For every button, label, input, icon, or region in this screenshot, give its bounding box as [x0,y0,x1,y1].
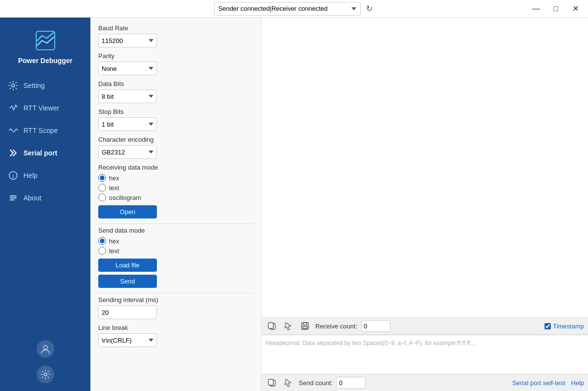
svg-rect-17 [303,323,307,325]
app-logo [32,27,59,54]
stop-bits-select[interactable]: 1 bit [98,117,157,131]
maximize-button[interactable]: □ [547,2,565,16]
self-test-link[interactable]: Serial port self-test [512,379,565,387]
char-encoding-select[interactable]: GB2312 [98,145,157,159]
main-layout: Power Debugger Setting RTT Viewer [0,18,588,391]
recv-mode-group: Receiving data mode hex text oscillog [98,164,253,218]
send-text-option[interactable]: text [98,247,253,255]
main-window: Sender connected|Receiver connected ↻ — … [0,0,588,391]
send-button[interactable]: Send [98,275,157,288]
stop-bits-label: Stop Bits [98,108,253,115]
recv-hex-option[interactable]: hex [98,174,253,182]
send-hex-option[interactable]: hex [98,237,253,245]
sidebar-item-rtt-viewer[interactable]: RTT Viewer [0,97,90,119]
receive-area [261,18,588,317]
titlebar: Sender connected|Receiver connected ↻ — … [0,0,588,18]
rtt-scope-icon [8,125,19,136]
send-mode-label: Send data mode [98,227,253,234]
svg-point-13 [44,373,47,376]
send-count-input[interactable] [336,377,366,389]
svg-line-4 [12,106,14,110]
data-bits-group: Data Bits 8 bit [98,80,253,103]
recv-oscillogram-label: oscillogram [109,194,141,201]
user-button[interactable] [37,340,54,358]
load-file-button[interactable]: Load file [98,259,157,272]
titlebar-center: Sender connected|Receiver connected ↻ [214,2,376,16]
sidebar-item-rtt-scope[interactable]: RTT Scope [0,119,90,142]
help-link[interactable]: Help [571,379,584,387]
recv-mode-radio-group: hex text oscillogram [98,174,253,201]
send-placeholder: Hexadecimal: Data separated by two Space… [265,340,475,347]
svg-rect-18 [303,326,307,328]
sidebar-item-rtt-scope-label: RTT Scope [23,127,58,134]
help-icon: i [8,170,19,181]
sidebar-item-setting-label: Setting [23,82,45,89]
send-count-label: Send count: [299,379,332,387]
receive-count-input[interactable] [361,320,391,332]
serial-port-icon [8,148,19,158]
svg-point-12 [44,346,47,349]
send-cursor-button[interactable] [282,376,295,389]
sending-interval-input[interactable] [98,305,157,319]
parity-group: Parity None [98,52,253,75]
send-text-label: text [109,247,119,255]
timestamp-checkbox[interactable] [544,323,551,329]
recv-mode-label: Receiving data mode [98,164,253,171]
sending-interval-label: Sending interval (ms) [98,296,253,304]
close-button[interactable]: ✕ [566,2,584,16]
settings-bottom-button[interactable] [37,366,54,383]
setting-icon [8,80,19,91]
svg-line-5 [14,105,16,110]
open-button[interactable]: Open [98,205,157,218]
sidebar-item-about[interactable]: About [0,187,90,209]
send-links: Serial port self-test Help [512,379,584,387]
line-break-select[interactable]: \r\n(CRLF) [98,333,157,347]
char-encoding-label: Character encoding [98,136,253,143]
recv-oscillogram-radio[interactable] [98,194,106,201]
sidebar-item-serial-port[interactable]: Serial port [0,142,90,164]
sidebar-item-help[interactable]: i Help [0,164,90,187]
sidebar-item-rtt-viewer-label: RTT Viewer [23,104,59,112]
send-input-area[interactable]: Hexadecimal: Data separated by two Space… [261,335,588,374]
right-panel: Receive count: Timestamp Hexadecimal: Da… [261,18,588,391]
receive-count-label: Receive count: [315,323,357,330]
recv-text-label: text [109,184,119,192]
send-hex-label: hex [109,238,119,245]
timestamp-label: Timestamp [553,323,584,330]
app-name: Power Debugger [18,57,72,65]
recv-hex-radio[interactable] [98,174,106,182]
baud-rate-select[interactable]: 115200 [98,34,157,47]
sidebar-nav: Setting RTT Viewer RTT Scope [0,74,90,332]
parity-label: Parity [98,52,253,60]
send-mode-group: Send data mode hex text Load file [98,227,253,288]
svg-rect-9 [10,196,17,196]
data-bits-select[interactable]: 8 bit [98,89,157,103]
sidebar-item-setting[interactable]: Setting [0,74,90,97]
about-icon [8,193,19,203]
baud-rate-label: Baud Rate [98,24,253,32]
data-bits-label: Data Bits [98,80,253,87]
recv-text-radio[interactable] [98,184,106,192]
sidebar-item-serial-port-label: Serial port [23,149,57,157]
send-mode-radio-group: hex text [98,237,253,255]
sidebar-logo: Power Debugger [0,22,90,74]
window-controls: — □ ✕ [527,2,584,16]
recv-oscillogram-option[interactable]: oscillogram [98,194,253,201]
recv-text-option[interactable]: text [98,184,253,192]
minimize-button[interactable]: — [527,2,545,16]
connection-status-select[interactable]: Sender connected|Receiver connected [214,2,361,16]
receive-cursor-button[interactable] [282,320,295,332]
timestamp-checkbox-area[interactable]: Timestamp [544,323,584,330]
parity-select[interactable]: None [98,62,157,75]
send-hex-radio[interactable] [98,237,106,245]
char-encoding-group: Character encoding GB2312 [98,136,253,159]
send-text-radio[interactable] [98,247,106,255]
receive-toolbar: Receive count: Timestamp [261,317,588,335]
send-copy-button[interactable] [265,376,278,389]
refresh-button[interactable]: ↻ [363,2,376,16]
receive-copy-button[interactable] [265,320,278,332]
baud-rate-group: Baud Rate 115200 [98,24,253,47]
receive-save-button[interactable] [299,320,311,332]
svg-rect-20 [268,379,273,385]
svg-line-3 [10,106,12,108]
